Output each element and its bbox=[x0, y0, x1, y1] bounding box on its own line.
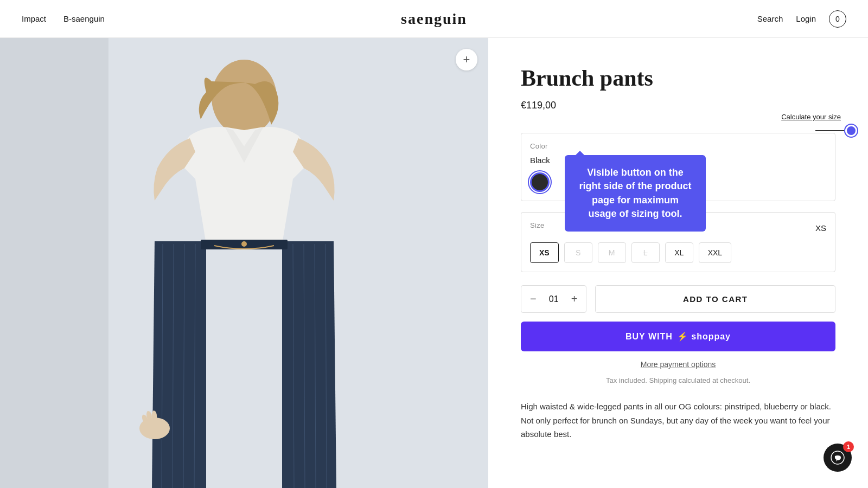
size-xxl[interactable]: XXL bbox=[699, 242, 731, 263]
product-photo bbox=[0, 38, 488, 488]
size-s[interactable]: S bbox=[564, 242, 592, 263]
product-title: Brunch pants bbox=[521, 65, 835, 91]
color-section: Color Black Visible button on the right … bbox=[521, 133, 835, 201]
calculate-size-text[interactable]: Calculate your size bbox=[781, 113, 841, 121]
tooltip-text: Visible button on the right side of the … bbox=[579, 167, 692, 219]
shoppay-logo: ⚡ shoppay bbox=[677, 331, 731, 342]
quantity-increase[interactable]: + bbox=[569, 291, 580, 307]
size-selected-value: XS bbox=[815, 223, 826, 233]
svg-point-13 bbox=[241, 241, 247, 247]
product-details-panel: Calculate your size Brunch pants €119,00… bbox=[488, 38, 868, 488]
shipping-link[interactable]: Shipping bbox=[649, 376, 677, 384]
chat-icon bbox=[831, 451, 845, 465]
site-header: Impact B-saenguin saenguin Search Login … bbox=[0, 0, 868, 38]
color-label: Color bbox=[530, 142, 826, 150]
tax-info: Tax included. Shipping calculated at che… bbox=[521, 376, 835, 384]
calc-size-line bbox=[815, 130, 845, 131]
product-description: High waisted & wide-legged pants in all … bbox=[521, 400, 835, 441]
size-m[interactable]: M bbox=[598, 242, 626, 263]
nav-bsaenguin[interactable]: B-saenguin bbox=[63, 14, 105, 23]
main-content: + Calculate your size Brunch pants €119,… bbox=[0, 38, 868, 488]
size-xl[interactable]: XL bbox=[665, 242, 693, 263]
quantity-control: − 01 + bbox=[521, 285, 586, 313]
shipping-suffix: calculated at checkout. bbox=[679, 376, 750, 384]
cart-button[interactable]: 0 bbox=[829, 10, 846, 28]
quantity-decrease[interactable]: − bbox=[528, 291, 539, 307]
chat-widget[interactable]: 1 bbox=[824, 444, 852, 472]
color-swatch-black[interactable] bbox=[530, 172, 550, 192]
nav-left: Impact B-saenguin bbox=[22, 14, 105, 23]
product-image-area: + bbox=[0, 38, 488, 488]
size-options: XS S M L XL XXL bbox=[530, 242, 826, 263]
nav-search[interactable]: Search bbox=[757, 14, 783, 23]
size-l[interactable]: L bbox=[631, 242, 660, 263]
product-price: €119,00 bbox=[521, 100, 835, 111]
buy-now-label: BUY WITH bbox=[626, 332, 673, 342]
more-payment-link[interactable]: More payment options bbox=[521, 360, 835, 369]
chat-badge: 1 bbox=[843, 441, 854, 452]
nav-login[interactable]: Login bbox=[796, 14, 816, 23]
buy-now-button[interactable]: BUY WITH ⚡ shoppay bbox=[521, 322, 835, 351]
product-image bbox=[0, 38, 488, 488]
nav-right: Search Login 0 bbox=[757, 10, 846, 28]
add-to-cart-button[interactable]: ADD TO CART bbox=[595, 285, 835, 313]
tax-included-text: Tax included. bbox=[606, 376, 647, 384]
size-xs[interactable]: XS bbox=[530, 242, 559, 263]
size-label: Size bbox=[530, 221, 545, 229]
calc-size-dot bbox=[845, 125, 857, 137]
tooltip-box: Visible button on the right side of the … bbox=[565, 155, 706, 232]
expand-image-button[interactable]: + bbox=[456, 49, 477, 70]
purchase-row: − 01 + ADD TO CART bbox=[521, 285, 835, 313]
nav-impact[interactable]: Impact bbox=[22, 14, 46, 23]
quantity-value: 01 bbox=[547, 294, 560, 304]
site-logo[interactable]: saenguin bbox=[401, 10, 467, 28]
